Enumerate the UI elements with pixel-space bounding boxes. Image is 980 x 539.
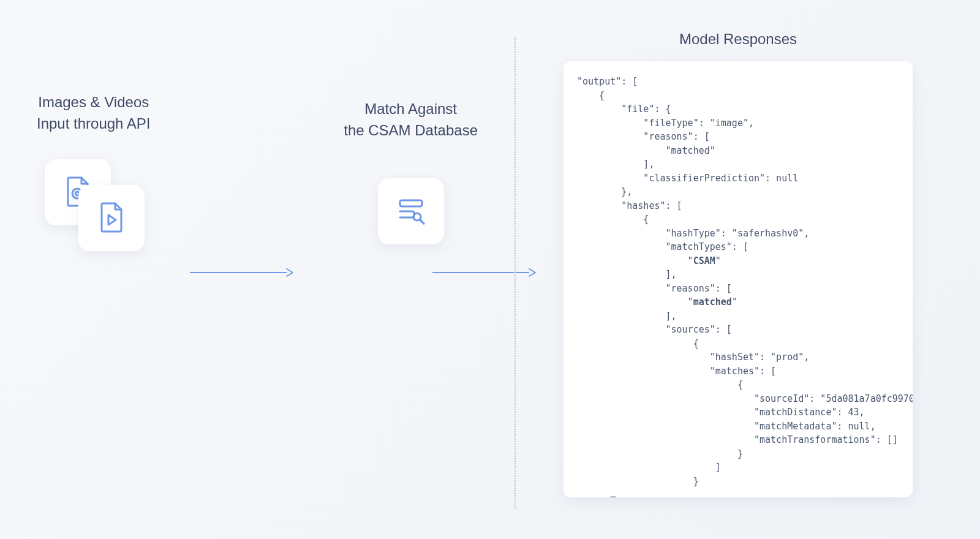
json-line: ] xyxy=(577,462,721,473)
json-line: "file": { xyxy=(577,104,671,115)
json-line: … xyxy=(577,489,616,497)
step-match: Match Against the CSAM Database xyxy=(344,99,478,244)
json-bold-matched: matched xyxy=(693,296,732,307)
json-line: } xyxy=(577,476,699,487)
json-line: ], xyxy=(577,311,677,322)
json-line: "matchTransformations": [] xyxy=(577,434,898,445)
json-line: { xyxy=(577,90,605,101)
json-line: "fileType": "image", xyxy=(577,118,754,129)
json-line: "classifierPrediction": null xyxy=(577,173,798,184)
json-line: "matchMetadata": null, xyxy=(577,421,876,432)
json-response-panel: "output": [ { "file": { "fileType": "ima… xyxy=(564,61,913,497)
svg-line-4 xyxy=(420,220,424,224)
svg-rect-2 xyxy=(400,200,422,206)
json-line: "matched" xyxy=(577,296,737,307)
section-divider xyxy=(514,37,516,508)
arrow-2 xyxy=(432,268,537,277)
json-bold-csam: CSAM xyxy=(693,255,715,266)
json-line: ], xyxy=(577,269,677,280)
json-line: "hashes": [ xyxy=(577,200,682,211)
step-match-label-line2: the CSAM Database xyxy=(344,120,478,141)
json-line: "CSAM" xyxy=(577,255,721,266)
json-line: { xyxy=(577,338,699,349)
json-line: "matches": [ xyxy=(577,366,776,377)
json-line: "output": [ xyxy=(577,76,638,87)
step-match-label: Match Against the CSAM Database xyxy=(344,99,478,141)
json-line: "sources": [ xyxy=(577,324,732,335)
json-line: ], xyxy=(577,159,654,170)
response-title: Model Responses xyxy=(570,31,907,48)
json-line: { xyxy=(577,379,743,390)
step-input-label-line2: Input through API xyxy=(37,113,150,135)
json-line: } xyxy=(577,448,743,459)
arrow-1 xyxy=(190,268,294,277)
json-line: "matched" xyxy=(577,145,715,156)
video-file-card xyxy=(78,185,145,251)
json-line: "reasons": [ xyxy=(577,131,710,142)
json-line: }, xyxy=(577,186,632,197)
json-line: "reasons": [ xyxy=(577,283,732,294)
step-match-label-line1: Match Against xyxy=(344,99,478,120)
media-cards xyxy=(45,159,143,251)
step-input-label: Images & Videos Input through API xyxy=(37,92,150,135)
json-line: "matchTypes": [ xyxy=(577,241,748,252)
database-card xyxy=(378,178,444,244)
json-line: "hashSet": "prod", xyxy=(577,352,809,363)
step-input-label-line1: Images & Videos xyxy=(37,92,150,113)
pipeline-row: Images & Videos Input through API xyxy=(37,92,478,251)
json-line: { xyxy=(577,214,649,225)
json-line: "matchDistance": 43, xyxy=(577,407,865,418)
json-line: "hashType": "saferhashv0", xyxy=(577,228,809,239)
step-input: Images & Videos Input through API xyxy=(37,92,150,251)
video-file-icon xyxy=(94,200,129,236)
json-line: "sourceId": "5da081a7a0fc9970df359384134… xyxy=(577,393,913,404)
database-search-icon xyxy=(394,193,428,230)
